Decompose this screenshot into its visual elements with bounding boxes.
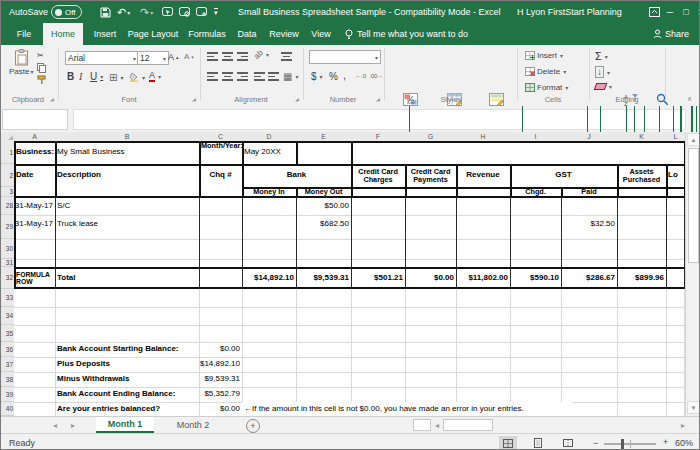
scroll-up-button[interactable]: ▲: [687, 133, 700, 146]
cell-b38-label[interactable]: Minus Withdrawals: [55, 372, 199, 387]
cut-button[interactable]: ✂: [37, 51, 44, 60]
column-header-i[interactable]: I: [510, 132, 562, 141]
minimize-button[interactable]: ─: [662, 1, 678, 23]
align-right-button[interactable]: [237, 72, 248, 81]
cell-header-revenue[interactable]: Revenue: [456, 164, 510, 187]
sheet-tab-month-1[interactable]: Month 1: [96, 417, 154, 433]
font-name-combo[interactable]: Arial▾: [65, 51, 139, 65]
cell-j29-gst-paid[interactable]: $32.50: [561, 215, 617, 233]
cell-e28-money-out[interactable]: $50.00: [296, 197, 351, 215]
cell-c37-value[interactable]: $14,892.10: [199, 357, 242, 372]
tab-insert[interactable]: Insert: [89, 23, 121, 45]
tab-scroll-split[interactable]: [413, 419, 431, 431]
cell-c38-value[interactable]: $9,539.31: [199, 372, 242, 387]
cell-header-money-in[interactable]: Money In: [242, 187, 296, 197]
cell-header-chq[interactable]: Chq #: [199, 164, 242, 187]
close-button[interactable]: ×: [693, 1, 700, 23]
sheet-tab-month-2[interactable]: Month 2: [156, 417, 230, 433]
formula-input[interactable]: [73, 109, 686, 130]
column-header-d[interactable]: D: [242, 132, 297, 141]
page-layout-view-button[interactable]: [529, 436, 547, 450]
tell-me-box[interactable]: Tell me what you want to do: [345, 23, 485, 45]
font-dialog-launcher[interactable]: ◢: [192, 96, 196, 102]
accounting-format-button[interactable]: $: [311, 71, 323, 82]
row-header-36[interactable]: 36: [1, 342, 14, 357]
zoom-level[interactable]: 60%: [675, 438, 693, 448]
align-bottom-button[interactable]: [237, 52, 248, 61]
tab-review[interactable]: Review: [265, 23, 303, 45]
cell-business-label[interactable]: Business:: [14, 141, 55, 164]
qat-custom-button-3[interactable]: [196, 1, 209, 23]
cell-header-money-out[interactable]: Money Out: [296, 187, 351, 197]
cell-header-gst[interactable]: GST: [510, 164, 617, 187]
format-cells-button[interactable]: Format: [525, 83, 568, 92]
hscroll-right-button[interactable]: ▸: [681, 417, 685, 433]
bold-button[interactable]: B: [67, 71, 74, 82]
cell-g32-total-cc-payments[interactable]: $0.00: [405, 267, 456, 289]
cell-header-bank[interactable]: Bank: [242, 164, 351, 187]
column-header-l[interactable]: L: [666, 132, 685, 141]
qat-more-button[interactable]: ▾: [214, 1, 218, 23]
row-header-34[interactable]: 34: [1, 307, 14, 325]
vertical-scrollbar[interactable]: ▲ ▼: [685, 132, 700, 416]
row-header-1[interactable]: 1: [1, 141, 14, 164]
tab-home[interactable]: Home: [43, 23, 83, 45]
page-break-view-button[interactable]: [559, 436, 577, 450]
tab-page-layout[interactable]: Page Layout: [125, 23, 181, 45]
cell-e29-money-out[interactable]: $682.50: [296, 215, 351, 233]
shrink-font-button[interactable]: A▾: [184, 52, 194, 61]
clear-button[interactable]: [595, 83, 612, 90]
increase-decimal-button[interactable]: ←.0: [355, 73, 366, 79]
underline-button[interactable]: U: [90, 71, 103, 82]
column-header-j[interactable]: J: [561, 132, 618, 141]
row-header-32[interactable]: 32: [1, 267, 14, 289]
cell-a28-date[interactable]: 31-May-17: [14, 197, 55, 215]
share-button[interactable]: Share: [649, 23, 693, 45]
orientation-button[interactable]: ab: [254, 50, 269, 59]
normal-view-button[interactable]: [499, 436, 517, 450]
column-header-g[interactable]: G: [405, 132, 457, 141]
zoom-out-button[interactable]: −: [593, 438, 598, 448]
delete-cells-button[interactable]: Delete: [525, 67, 566, 76]
scroll-down-button[interactable]: ▼: [687, 401, 700, 414]
row-header-30[interactable]: 30: [1, 239, 14, 259]
prev-sheet-button[interactable]: ◂: [53, 417, 57, 433]
cell-b37-label[interactable]: Plus Deposits: [55, 357, 199, 372]
tab-data[interactable]: Data: [233, 23, 261, 45]
zoom-slider-thumb[interactable]: [621, 439, 624, 449]
cell-i32-total-gst-chgd[interactable]: $590.10: [510, 267, 561, 289]
align-left-button[interactable]: [207, 72, 218, 81]
new-sheet-button[interactable]: +: [246, 419, 260, 433]
ribbon-display-options-button[interactable]: [646, 1, 662, 23]
cell-header-gst-paid[interactable]: Paid: [561, 187, 617, 197]
borders-button[interactable]: ⊞: [109, 72, 123, 83]
align-center-button[interactable]: [222, 72, 233, 81]
undo-button[interactable]: ↶▾: [117, 1, 130, 23]
maximize-button[interactable]: □: [678, 1, 694, 23]
tab-view[interactable]: View: [307, 23, 335, 45]
cell-header-cc-payments[interactable]: Credit Card Payments: [405, 164, 456, 187]
cell-b39-label[interactable]: Bank Account Ending Balance:: [55, 387, 199, 402]
merge-center-button[interactable]: ▦: [283, 71, 298, 82]
cell-month-year-value[interactable]: May 20XX: [242, 141, 296, 164]
column-header-e[interactable]: E: [296, 132, 352, 141]
qat-custom-button-1[interactable]: [162, 1, 175, 23]
number-dialog-launcher[interactable]: ◢: [376, 96, 380, 102]
cell-header-gst-chgd[interactable]: Chgd.: [510, 187, 561, 197]
cell-b32-total-label[interactable]: Total: [55, 267, 199, 289]
decrease-indent-button[interactable]: [254, 72, 265, 81]
column-header-a[interactable]: A: [14, 132, 56, 141]
cell-business-value[interactable]: My Small Business: [55, 141, 199, 164]
save-button[interactable]: [100, 1, 111, 23]
decrease-decimal-button[interactable]: .00→: [369, 73, 383, 79]
autosave-toggle[interactable]: Off: [51, 1, 82, 23]
row-header-40[interactable]: 40: [1, 402, 14, 416]
cell-k32-total-assets[interactable]: $899.96: [617, 267, 666, 289]
zoom-in-button[interactable]: +: [663, 437, 668, 447]
font-color-button[interactable]: A: [149, 70, 161, 82]
cell-b40-label[interactable]: Are your entries balanced?: [55, 402, 199, 416]
cell-e32-total-money-out[interactable]: $9,539.31: [296, 267, 351, 289]
qat-custom-button-2[interactable]: [179, 1, 192, 23]
vertical-scrollbar-thumb[interactable]: [688, 148, 699, 263]
format-painter-button[interactable]: [37, 75, 46, 85]
